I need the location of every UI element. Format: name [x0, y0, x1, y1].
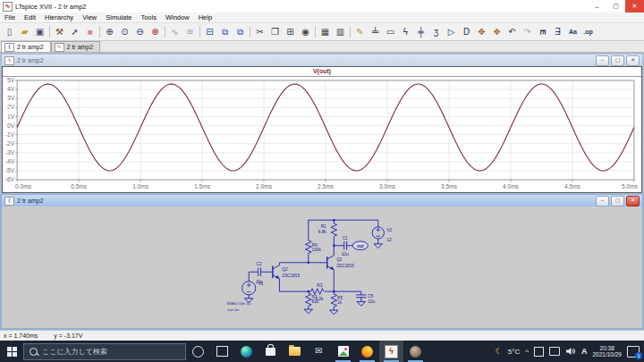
- halt-tool-icon[interactable]: ■: [82, 25, 97, 39]
- zoom-back-tool-icon[interactable]: ⊙: [117, 25, 132, 39]
- taskbar-photos-icon[interactable]: [331, 341, 355, 362]
- inductor-tool-icon[interactable]: ʒ: [428, 25, 444, 39]
- value-r3: 1.0k: [315, 297, 324, 301]
- drag-tool-icon[interactable]: ❖: [489, 25, 504, 39]
- toolbar-separator: [49, 26, 50, 38]
- save-tool-icon[interactable]: ▣: [32, 25, 47, 39]
- plot-pane[interactable]: V(out) 5V4V3V2V1V0V-1V-2V-3V-4V-5V-6V0.0…: [2, 66, 642, 193]
- taskbar-search[interactable]: ここに入力して検索: [23, 343, 186, 360]
- y-tick-label: -4V: [5, 158, 15, 164]
- minimize-button[interactable]: –: [588, 0, 606, 13]
- ime-mode-indicator[interactable]: A: [581, 347, 588, 356]
- taskbar-mail-icon[interactable]: ✉: [307, 341, 331, 362]
- menu-view[interactable]: View: [78, 13, 101, 21]
- open-tool-icon[interactable]: ▰: [17, 25, 32, 39]
- tab-waveform[interactable]: ∿ 2 tr amp2: [51, 41, 101, 52]
- redo-tool-icon[interactable]: ↷: [520, 25, 535, 39]
- taskbar-gimp-icon[interactable]: [403, 341, 428, 362]
- waveform-window-icon: ∿: [4, 56, 14, 65]
- print-tool-icon[interactable]: ▦: [318, 25, 333, 39]
- label-q2: Q2: [282, 267, 288, 272]
- trace-label[interactable]: V(out): [3, 67, 641, 77]
- y-tick-label: 4V: [7, 86, 15, 92]
- menu-hierarchy[interactable]: Hierarchy: [40, 13, 78, 21]
- resistor-tool-icon[interactable]: ϟ: [398, 25, 413, 39]
- taskbar-clock[interactable]: 20:38 2021/10/29: [592, 345, 622, 358]
- mirror-tool-icon[interactable]: Ǝ: [550, 25, 565, 39]
- x-tick-label: 4.5ms: [564, 183, 581, 189]
- port-out[interactable]: out: [357, 244, 364, 248]
- minimize-button[interactable]: –: [596, 196, 609, 206]
- ground-tool-icon[interactable]: ╧: [368, 25, 383, 39]
- value-r4: 100k: [312, 248, 322, 252]
- hidden-icons-chevron[interactable]: ^: [525, 348, 529, 356]
- menu-window[interactable]: Window: [161, 13, 194, 21]
- tab-bar: ⟨ 2 tr amp2 ∿ 2 tr amp2: [0, 41, 644, 53]
- text-tool-icon[interactable]: Aa: [565, 25, 580, 39]
- rotate-tool-icon[interactable]: E: [536, 24, 550, 39]
- autorange-y-axis-tool-icon[interactable]: ∿: [167, 25, 182, 39]
- close-button[interactable]: ✕: [626, 55, 640, 66]
- tile-horizontally-tool-icon[interactable]: ⊟: [202, 25, 217, 39]
- diode-tool-icon[interactable]: ▷: [444, 25, 459, 39]
- wire-tool-icon[interactable]: ✎: [352, 25, 368, 39]
- waveform-window-titlebar[interactable]: ∿ 2 tr amp2 – ▢ ✕: [2, 55, 642, 66]
- label-v1: V1: [258, 282, 264, 286]
- zoom-full-extents-tool-icon[interactable]: ⊗: [148, 25, 163, 39]
- paste-tool-icon[interactable]: ⊞: [283, 25, 298, 39]
- plot-settings-tool-icon[interactable]: ≋: [182, 25, 198, 39]
- tile-vertically-tool-icon[interactable]: ⧉: [217, 25, 233, 39]
- speaker-icon[interactable]: [565, 347, 576, 356]
- cascade-windows-tool-icon[interactable]: ⧉: [233, 25, 248, 39]
- taskbar-firefox-icon[interactable]: [355, 341, 379, 362]
- move-tool-icon[interactable]: ✥: [474, 25, 489, 39]
- component-tool-icon[interactable]: D: [459, 25, 474, 39]
- window-buttons: – ▢ ✕: [588, 0, 644, 13]
- schematic-window-titlebar[interactable]: ⟨ 2 tr amp2 – ▢ ✕: [2, 195, 642, 206]
- gimp-icon: [410, 346, 421, 358]
- taskbar-cortana-icon[interactable]: [186, 341, 210, 362]
- temperature[interactable]: 5°C: [508, 348, 520, 356]
- taskbar-ltspice-icon[interactable]: ϟ: [379, 341, 403, 362]
- network-icon[interactable]: [549, 347, 560, 356]
- menu-help[interactable]: Help: [194, 13, 216, 21]
- capacitor-tool-icon[interactable]: ╪: [413, 25, 428, 39]
- net-label-tool-icon[interactable]: ▭: [383, 25, 398, 39]
- tab-schematic[interactable]: ⟨ 2 tr amp2: [1, 41, 51, 52]
- schematic-canvas[interactable]: R1 6.8k C1 10u out V2 12 R4 100k Q1 2SC1…: [2, 206, 642, 328]
- close-button[interactable]: ✕: [625, 0, 644, 13]
- undo-tool-icon[interactable]: ↶: [504, 25, 520, 39]
- spice-directive-tool-icon[interactable]: .op: [580, 25, 596, 39]
- x-tick-label: 0.0ms: [15, 183, 32, 189]
- taskbar-explorer-icon[interactable]: [283, 341, 307, 362]
- find-tool-icon[interactable]: ◉: [298, 25, 313, 39]
- start-button[interactable]: [0, 341, 23, 362]
- print-preview-tool-icon[interactable]: ▥: [333, 25, 348, 39]
- zoom-in-tool-icon[interactable]: ⊕: [102, 25, 117, 39]
- weather-moon-icon[interactable]: ☾: [496, 347, 503, 356]
- taskbar-store-icon[interactable]: [258, 341, 283, 362]
- waveform-plot[interactable]: 5V4V3V2V1V0V-1V-2V-3V-4V-5V-6V0.0ms0.5ms…: [3, 77, 641, 192]
- zoom-out-tool-icon[interactable]: ⊖: [132, 25, 148, 39]
- copy-tool-icon[interactable]: ❐: [267, 25, 283, 39]
- new-schematic-tool-icon[interactable]: ▯: [2, 25, 17, 39]
- taskbar-edge-icon[interactable]: [234, 341, 258, 362]
- value-q2: 2SC1815: [282, 274, 300, 278]
- title-bar: ∿ LTspice XVII - 2 tr amp2 – ▢ ✕: [0, 0, 644, 13]
- control-panel-tool-icon[interactable]: ⚒: [52, 25, 67, 39]
- maximize-button[interactable]: ▢: [611, 196, 624, 206]
- minimize-button[interactable]: –: [596, 55, 609, 66]
- maximize-button[interactable]: ▢: [606, 0, 625, 13]
- ime-options-icon[interactable]: [534, 347, 544, 357]
- run-tool-icon[interactable]: ➚: [67, 25, 82, 39]
- menu-tools[interactable]: Tools: [136, 13, 161, 21]
- menu-edit[interactable]: Edit: [20, 13, 40, 21]
- menu-simulate[interactable]: Simulate: [101, 13, 136, 21]
- taskbar-taskview-icon[interactable]: [210, 341, 234, 362]
- action-center-icon[interactable]: 1: [627, 346, 640, 358]
- maximize-button[interactable]: ▢: [611, 55, 624, 66]
- menu-file[interactable]: File: [0, 13, 20, 21]
- close-button[interactable]: ✕: [626, 196, 640, 206]
- cut-tool-icon[interactable]: ✂: [252, 25, 267, 39]
- x-tick-label: 2.5ms: [318, 183, 335, 189]
